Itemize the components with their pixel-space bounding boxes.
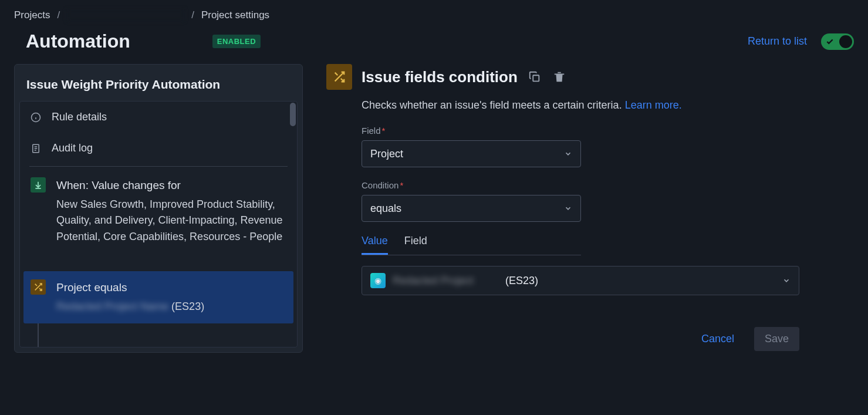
condition-icon (31, 279, 46, 295)
project-key-value: (ES23) (505, 275, 538, 287)
breadcrumb: Projects / Redacted Project / Project se… (0, 0, 868, 26)
copy-button[interactable] (527, 69, 542, 85)
rule-name-title: Issue Weight Priority Automation (15, 65, 302, 101)
rule-text: When: Value changes for New Sales Growth… (56, 177, 286, 245)
svg-line-11 (35, 284, 37, 286)
footer-actions: Cancel Save (362, 327, 799, 351)
condition-select-value: equals (370, 203, 401, 215)
nav-rule-details[interactable]: Rule details (20, 102, 297, 133)
rule-inner-box: Rule details Audit log When: Value chang… (19, 101, 298, 347)
breadcrumb-project-name[interactable]: Redacted Project (67, 9, 184, 21)
trigger-icon (31, 177, 46, 193)
chevron-down-icon (782, 276, 791, 285)
svg-line-14 (335, 73, 338, 76)
condition-badge-icon (326, 64, 352, 90)
toggle-knob (839, 35, 852, 48)
delete-button[interactable] (552, 69, 567, 85)
condition-select[interactable]: equals (362, 195, 581, 222)
cancel-button[interactable]: Cancel (693, 327, 742, 351)
trigger-desc: New Sales Growth, Improved Product Stabi… (56, 197, 286, 246)
rule-condition-item[interactable]: Project equals Redacted Project Name (ES… (23, 271, 293, 323)
tab-value[interactable]: Value (362, 235, 388, 255)
indent-line (38, 323, 39, 347)
status-badge: ENABLED (212, 35, 261, 48)
info-icon (31, 112, 41, 123)
breadcrumb-settings[interactable]: Project settings (201, 9, 269, 21)
field-label: Field* (362, 126, 808, 136)
value-project-select[interactable]: ◉ Redacted Project (ES23) (362, 266, 799, 295)
breadcrumb-sep: / (191, 9, 194, 21)
field-select-value: Project (370, 148, 403, 160)
condition-editor-title: Issue fields condition (362, 68, 518, 86)
field-select[interactable]: Project (362, 140, 581, 167)
breadcrumb-projects[interactable]: Projects (14, 9, 50, 21)
tab-field[interactable]: Field (404, 235, 427, 255)
check-icon (826, 38, 834, 46)
document-icon (31, 143, 41, 154)
nav-label: Rule details (52, 111, 107, 123)
condition-value: Redacted Project Name (ES23) (56, 299, 204, 315)
condition-label: Condition* (362, 180, 808, 190)
return-to-list-link[interactable]: Return to list (748, 35, 807, 48)
divider (29, 166, 288, 167)
learn-more-link[interactable]: Learn more. (625, 99, 682, 111)
nav-label: Audit log (52, 142, 93, 154)
condition-subtitle: Checks whether an issue's field meets a … (362, 99, 808, 112)
project-avatar-icon: ◉ (370, 273, 386, 288)
indent-spacer (38, 254, 39, 271)
condition-header: Issue fields condition (326, 64, 842, 90)
chevron-down-icon (564, 204, 572, 212)
value-field-tabs: Value Field (362, 235, 581, 255)
chevron-down-icon (564, 150, 572, 158)
page-title: Automation (26, 31, 130, 52)
condition-editor-panel: Issue fields condition Checks whether an… (326, 64, 854, 353)
trigger-title: When: Value changes for (56, 177, 286, 194)
rule-trigger-item[interactable]: When: Value changes for New Sales Growth… (20, 169, 297, 254)
rule-text: Project equals Redacted Project Name (ES… (56, 279, 204, 315)
header-row: Automation ENABLED Return to list (0, 26, 868, 64)
scrollbar[interactable] (290, 103, 296, 126)
project-name-value: Redacted Project (393, 275, 498, 287)
nav-audit-log[interactable]: Audit log (20, 133, 297, 164)
save-button[interactable]: Save (754, 327, 799, 351)
rule-sidebar-panel: Issue Weight Priority Automation Rule de… (14, 64, 303, 353)
breadcrumb-sep: / (57, 9, 60, 21)
condition-title: Project equals (56, 279, 204, 296)
svg-rect-15 (533, 75, 539, 81)
rule-enabled-toggle[interactable] (821, 33, 854, 50)
